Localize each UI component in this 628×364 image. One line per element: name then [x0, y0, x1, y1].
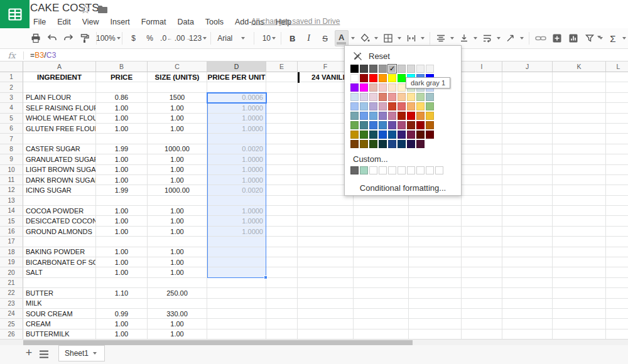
cell-I14[interactable]	[462, 206, 502, 216]
cell-K16[interactable]	[553, 227, 606, 237]
custom-empty-slot[interactable]	[388, 166, 396, 174]
cell-C20[interactable]: 1.00	[148, 267, 207, 277]
cell-J8[interactable]	[502, 144, 553, 154]
cell-E6[interactable]	[266, 124, 298, 134]
cell-J11[interactable]	[502, 175, 553, 185]
chevron-down-icon[interactable]	[474, 37, 477, 40]
cell-L3[interactable]	[606, 93, 628, 103]
cell-L11[interactable]	[606, 175, 628, 185]
sheets-logo[interactable]	[0, 0, 30, 28]
cell-C7[interactable]	[148, 134, 207, 144]
color-swatch-b6d7a8[interactable]	[416, 93, 425, 101]
color-swatch-cc4125[interactable]	[388, 102, 396, 110]
cell-C16[interactable]: 1.00	[148, 227, 207, 237]
reset-color-button[interactable]: Reset	[345, 46, 461, 64]
cell-C13[interactable]	[148, 196, 207, 206]
cell-D25[interactable]	[207, 319, 266, 329]
custom-color-666666[interactable]	[350, 166, 359, 174]
row-header-7[interactable]: 7	[0, 134, 23, 144]
cell-L7[interactable]	[606, 134, 628, 144]
color-swatch-434343[interactable]	[360, 65, 368, 73]
borders-button[interactable]	[381, 31, 395, 46]
color-swatch-a2c4c9[interactable]	[426, 93, 434, 101]
cell-I21[interactable]	[462, 278, 502, 288]
cell-K2[interactable]	[553, 82, 606, 92]
cell-B7[interactable]	[96, 134, 148, 144]
cell-K23[interactable]	[553, 299, 606, 309]
cell-L13[interactable]	[606, 196, 628, 206]
color-swatch-45818e[interactable]	[360, 121, 368, 129]
redo-button[interactable]	[62, 31, 75, 46]
color-swatch-fff2cc[interactable]	[398, 83, 406, 92]
cell-B15[interactable]: 1.00	[96, 216, 148, 226]
cell-L15[interactable]	[606, 216, 628, 226]
menu-file[interactable]: File	[28, 18, 51, 26]
cell-I20[interactable]	[462, 267, 502, 277]
color-swatch-660000[interactable]	[426, 131, 434, 139]
cell-I4[interactable]	[462, 103, 502, 113]
cell-K13[interactable]	[553, 196, 606, 206]
cell-A4[interactable]: SELF RAISING FLOUR	[23, 103, 96, 113]
fill-handle[interactable]	[264, 276, 268, 279]
color-swatch-d9d9d9[interactable]	[407, 65, 415, 73]
cell-L4[interactable]	[606, 103, 628, 113]
cell-J12[interactable]	[502, 185, 553, 195]
color-swatch-980000[interactable]	[360, 74, 368, 82]
cell-E13[interactable]	[266, 196, 298, 206]
cell-E24[interactable]	[266, 309, 298, 319]
cell-J3[interactable]	[502, 93, 553, 103]
cell-I3[interactable]	[462, 93, 502, 103]
custom-color-a5d6c1[interactable]	[360, 166, 368, 174]
cell-H19[interactable]	[409, 257, 462, 267]
cell-J18[interactable]	[502, 247, 553, 257]
cell-G19[interactable]	[354, 257, 409, 267]
color-swatch-6d9eeb[interactable]	[360, 112, 368, 120]
bold-button[interactable]: B	[286, 31, 300, 46]
cell-C1[interactable]: SIZE (UNITS)	[148, 72, 207, 82]
text-color-button[interactable]: A	[335, 30, 349, 46]
cell-K9[interactable]	[553, 154, 606, 164]
number-format-button[interactable]: 123	[192, 31, 206, 46]
cell-J10[interactable]	[502, 165, 553, 175]
cell-G21[interactable]	[354, 278, 409, 288]
color-swatch-351c75[interactable]	[398, 131, 406, 139]
cell-E2[interactable]	[266, 82, 298, 92]
cell-I13[interactable]	[462, 196, 502, 206]
color-swatch-1c4587[interactable]	[388, 140, 396, 148]
column-header-C[interactable]: C	[148, 62, 207, 72]
color-swatch-6fa8dc[interactable]	[369, 112, 377, 120]
color-swatch-000000[interactable]	[350, 65, 359, 73]
cell-H26[interactable]	[409, 329, 462, 339]
column-header-L[interactable]: L	[606, 62, 628, 72]
cell-A15[interactable]: DESICCATED COCONUT	[23, 216, 96, 226]
cell-G26[interactable]	[354, 329, 409, 339]
cell-B4[interactable]: 1.00	[96, 103, 148, 113]
insert-link-button[interactable]	[534, 31, 548, 46]
menu-edit[interactable]: Edit	[51, 18, 77, 26]
strikethrough-button[interactable]: S	[318, 31, 332, 46]
zoom-select[interactable]: 100%	[101, 31, 117, 46]
cell-L25[interactable]	[606, 319, 628, 329]
cell-K3[interactable]	[553, 93, 606, 103]
cell-E19[interactable]	[266, 257, 298, 267]
custom-empty-slot[interactable]	[407, 166, 415, 174]
custom-empty-slot[interactable]	[426, 166, 434, 174]
cell-D22[interactable]	[207, 288, 266, 298]
cell-F19[interactable]	[298, 257, 354, 267]
color-swatch-f9cb9c[interactable]	[398, 93, 406, 101]
column-header-E[interactable]: E	[266, 62, 298, 72]
cell-K4[interactable]	[553, 103, 606, 113]
cell-A11[interactable]: DARK BROWN SUGAR	[23, 175, 96, 185]
custom-empty-slot[interactable]	[416, 166, 425, 174]
color-swatch-cc0000[interactable]	[407, 112, 415, 120]
cell-A20[interactable]: SALT	[23, 267, 96, 277]
format-currency-button[interactable]: $	[127, 31, 141, 46]
cell-E25[interactable]	[266, 319, 298, 329]
add-sheet-button[interactable]: +	[23, 346, 35, 360]
row-header-4[interactable]: 4	[0, 103, 23, 113]
chevron-down-icon[interactable]	[450, 37, 454, 40]
cell-F21[interactable]	[298, 278, 354, 288]
cell-I1[interactable]	[462, 72, 502, 82]
cell-I2[interactable]	[462, 82, 502, 92]
color-swatch-134f5c[interactable]	[369, 131, 377, 139]
